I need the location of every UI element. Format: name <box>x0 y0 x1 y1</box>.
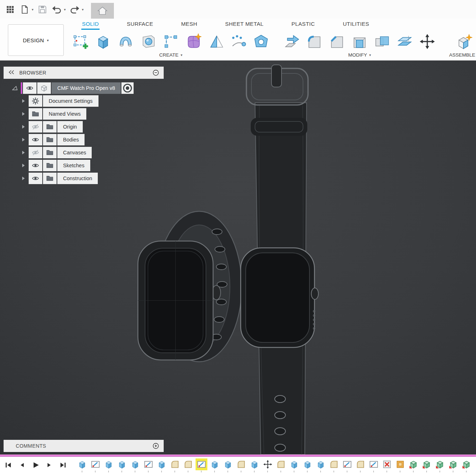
comments-bar[interactable]: COMMENTS <box>4 440 164 452</box>
tab-surface[interactable]: SURFACE <box>126 19 154 30</box>
display-settings-icon[interactable] <box>152 69 159 76</box>
expand-arrow-icon[interactable] <box>22 125 25 129</box>
timeline-feature-fillet-12[interactable] <box>236 460 246 469</box>
visibility-off-icon[interactable] <box>29 121 42 133</box>
move-icon[interactable] <box>418 33 436 51</box>
visibility-off-icon[interactable] <box>29 147 42 158</box>
play-button[interactable] <box>30 460 41 470</box>
expand-arrow-icon[interactable] <box>22 164 25 167</box>
browser-row-bodies[interactable]: Bodies <box>20 134 164 146</box>
tab-plastic[interactable]: PLASTIC <box>291 19 316 30</box>
timeline-feature-extrude-4[interactable] <box>130 460 140 469</box>
tab-utilities[interactable]: UTILITIES <box>342 19 370 30</box>
timeline-feature-extrude-10[interactable] <box>210 460 220 469</box>
timeline-feature-extrude-6[interactable] <box>157 460 167 469</box>
timeline-feature-fillet-21[interactable] <box>356 460 365 469</box>
expand-arrow-icon[interactable] <box>22 99 25 103</box>
toolgroup-label-create[interactable]: CREATE▾ <box>159 52 183 58</box>
timeline-feature-component-28[interactable] <box>448 460 458 469</box>
timeline-feature-move-14[interactable] <box>263 460 273 469</box>
browser-item-label[interactable]: CMF Watch Pro Open v8 <box>52 82 121 94</box>
expand-arrow-icon[interactable] <box>22 112 25 116</box>
revolve-icon[interactable] <box>117 33 135 51</box>
timeline-feature-fillet-7[interactable] <box>170 460 180 469</box>
form-icon[interactable] <box>184 33 202 51</box>
chamfer-icon[interactable] <box>328 33 346 51</box>
press-pull-icon[interactable] <box>283 33 301 51</box>
browser-row-cmf-watch-pro-open-v8[interactable]: CMF Watch Pro Open v8 <box>11 82 164 94</box>
collapse-panel-icon[interactable] <box>8 69 15 76</box>
undo-icon[interactable] <box>49 2 64 16</box>
toolgroup-label-assemble[interactable]: ASSEMBLE▾ <box>449 52 476 58</box>
expand-arrow-icon[interactable] <box>22 177 25 180</box>
timeline-feature-extrude-17[interactable] <box>303 460 312 469</box>
timeline-feature-sketch-9[interactable] <box>197 460 206 469</box>
timeline-feature-suppressed-24[interactable] <box>395 460 405 469</box>
browser-row-sketches[interactable]: Sketches <box>20 159 164 172</box>
timeline-feature-extrude-18[interactable] <box>316 460 326 469</box>
browser-row-canvases[interactable]: Canvases <box>20 146 164 159</box>
timeline-feature-error-23[interactable] <box>382 460 392 469</box>
timeline-feature-sketch-5[interactable] <box>144 460 153 469</box>
extrude-icon[interactable] <box>94 33 112 51</box>
pattern-icon[interactable] <box>162 33 180 51</box>
boundary-fill-icon[interactable] <box>252 33 270 51</box>
undo-dropdown-icon[interactable]: ▾ <box>62 8 67 11</box>
app-grid-icon[interactable] <box>3 2 17 16</box>
visibility-on-icon[interactable] <box>29 173 42 184</box>
browser-row-construction[interactable]: Construction <box>20 172 164 184</box>
browser-item-label[interactable]: Construction <box>57 173 98 184</box>
tab-solid[interactable]: SOLID <box>81 19 100 30</box>
timeline-feature-extrude-11[interactable] <box>223 460 233 469</box>
tab-sheet-metal[interactable]: SHEET METAL <box>225 19 264 30</box>
project-icon[interactable] <box>230 33 247 51</box>
add-comment-icon[interactable] <box>152 442 159 449</box>
timeline-feature-extrude-16[interactable] <box>289 460 299 469</box>
create-sketch-icon[interactable] <box>72 33 90 51</box>
offset-face-icon[interactable] <box>396 33 414 51</box>
combine-icon[interactable] <box>373 33 391 51</box>
redo-icon[interactable] <box>67 2 82 16</box>
browser-row-document-settings[interactable]: Document Settings <box>20 95 164 107</box>
browser-row-named-views[interactable]: Named Views <box>20 108 164 120</box>
timeline-feature-extrude-13[interactable] <box>250 460 259 469</box>
expand-arrow-icon[interactable] <box>22 138 25 141</box>
timeline-feature-component-26[interactable] <box>422 460 432 469</box>
file-new-dropdown-icon[interactable]: ▾ <box>30 8 35 11</box>
file-new-icon[interactable] <box>17 2 32 16</box>
timeline-feature-component-27[interactable] <box>435 460 445 469</box>
browser-row-origin[interactable]: Origin <box>20 121 164 133</box>
browser-item-label[interactable]: Bodies <box>57 134 85 145</box>
redo-dropdown-icon[interactable]: ▾ <box>80 8 85 11</box>
timeline-feature-sketch-22[interactable] <box>369 460 379 469</box>
shell-icon[interactable] <box>351 33 369 51</box>
timeline-feature-extrude-2[interactable] <box>104 460 114 469</box>
save-icon[interactable] <box>35 2 49 16</box>
timeline-feature-fillet-8[interactable] <box>183 460 193 469</box>
browser-item-label[interactable]: Sketches <box>57 160 90 171</box>
browser-item-label[interactable]: Named Views <box>43 108 86 120</box>
browser-item-label[interactable]: Document Settings <box>43 95 98 107</box>
skip-end-button[interactable] <box>57 460 68 470</box>
timeline-feature-fillet-15[interactable] <box>276 460 286 469</box>
toolgroup-label-modify[interactable]: MODIFY▾ <box>348 52 371 58</box>
timeline-feature-component-25[interactable] <box>409 460 418 469</box>
timeline-feature-component-29[interactable] <box>462 460 471 469</box>
visibility-on-icon[interactable] <box>23 82 37 94</box>
fillet-icon[interactable] <box>306 33 323 51</box>
timeline-feature-extrude-3[interactable] <box>117 460 127 469</box>
activate-component-radio[interactable] <box>121 82 134 94</box>
timeline-feature-fillet-19[interactable] <box>329 460 339 469</box>
browser-item-label[interactable]: Origin <box>57 121 83 133</box>
home-tab[interactable] <box>91 3 114 19</box>
visibility-on-icon[interactable] <box>29 160 42 171</box>
workspace-selector[interactable]: DESIGN ▾ <box>8 24 64 56</box>
timeline-feature-sketch-1[interactable] <box>91 460 100 469</box>
cylinder-icon[interactable] <box>139 33 157 51</box>
step-back-button[interactable] <box>16 460 27 470</box>
skip-start-button[interactable] <box>3 460 14 470</box>
expand-arrow-icon[interactable] <box>22 151 25 154</box>
step-forward-button[interactable] <box>44 460 54 470</box>
viewport-3d-canvas[interactable]: BROWSER CMF Watch Pro Open v8Document Se… <box>0 61 476 455</box>
visibility-on-icon[interactable] <box>29 134 42 145</box>
